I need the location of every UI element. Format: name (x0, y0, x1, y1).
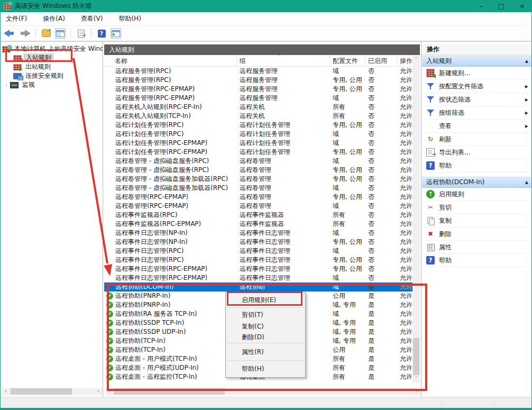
context-menu-item-delete[interactable]: 删除(D) (226, 332, 305, 342)
rule-profile: 域 (330, 139, 365, 148)
column-header-enabled[interactable]: 已启用 (365, 56, 397, 67)
table-row[interactable]: 远程事件日志管理(RPC-EPMAP) 远程事件日志管理 专用, 公用 否 允许 (104, 265, 413, 274)
table-row[interactable]: 远程事件日志管理(NP-In) 远程事件日志管理 域 否 允许 (104, 229, 413, 238)
actions-item[interactable]: 属性 (422, 241, 532, 254)
rule-enabled: 是 (365, 372, 397, 381)
connection-security-icon (13, 73, 22, 79)
tree-item-firewall-in[interactable]: 入站规则 (1, 53, 103, 62)
scroll-right-icon[interactable]: › (412, 388, 420, 395)
actions-item[interactable]: 新建规则... (422, 67, 532, 80)
table-row[interactable]: 远程计划任务管理(RPC) 远程计划任务管理 域 否 允许 (104, 130, 413, 139)
table-row[interactable]: 远程服务管理(RPC) 远程服务管理 专用, 公用 否 允许 (104, 76, 413, 85)
table-row[interactable]: 远程事件日志管理(RPC-EPMAP) 远程事件日志管理 域 否 允许 (104, 274, 413, 283)
scroll-left-icon[interactable]: ‹ (2, 388, 10, 395)
actions-item[interactable]: ? 帮助 (422, 159, 532, 172)
table-row[interactable]: 远程事件监视器(RPC-EPMAP) 远程事件监视器 所有 否 允许 (104, 220, 413, 229)
table-row[interactable]: 远程协助(DCOM-In) 远程协助 域 否 允许 (104, 283, 413, 291)
table-row[interactable]: 远程卷管理 - 虚拟磁盘服务(RPC) 远程卷管理 域 否 允许 (104, 157, 413, 166)
collapse-icon[interactable]: ▲ (525, 180, 528, 185)
export-list-icon[interactable] (76, 28, 86, 39)
table-row[interactable]: 远程事件日志管理(NP-In) 远程事件日志管理 专用, 公用 否 允许 (104, 238, 413, 247)
actions-item[interactable]: ? 帮助 (422, 254, 532, 267)
scroll-down-icon[interactable]: ˅ (412, 375, 420, 383)
actions-item[interactable]: 复制 (422, 214, 532, 227)
collapse-icon[interactable]: ▲ (525, 59, 528, 63)
console-window-icon[interactable] (111, 28, 121, 39)
context-menu-item-enable[interactable]: 启用规则(E) (226, 294, 305, 307)
table-row[interactable]: 远程计划任务管理(RPC) 远程计划任务管理 专用, 公用 否 允许 (104, 121, 413, 130)
back-icon[interactable] (4, 30, 15, 37)
column-header-name[interactable]: 名称 (104, 56, 237, 67)
expander-icon[interactable]: › (3, 83, 10, 88)
column-header-group[interactable]: 组 (237, 56, 330, 67)
vertical-scrollbar[interactable]: ˄ ˅ (412, 56, 420, 383)
actions-item[interactable]: ✖ 删除 (422, 227, 532, 241)
console-tree-toggle-icon[interactable] (55, 28, 66, 39)
table-row[interactable]: 远程服务管理(RPC) 远程服务管理 域 否 允许 (104, 67, 413, 76)
table-row[interactable]: 远程计划任务管理(RPC-EPMAP) 远程计划任务管理 域 否 允许 (104, 139, 413, 148)
tree-item-firewall-out[interactable]: 出站规则 (1, 62, 103, 71)
rule-enabled: 否 (365, 85, 397, 94)
table-row[interactable]: 远程卷管理 - 虚拟磁盘服务加载器(RPC) 远程卷管理 域 否 允许 (104, 184, 413, 193)
actions-item[interactable]: ✂ 剪切 (422, 201, 532, 214)
actions-item[interactable]: 按配置文件筛选 ▶ (422, 80, 532, 93)
scroll-up-icon[interactable]: ˄ (412, 56, 420, 63)
forward-icon[interactable] (19, 30, 31, 37)
rule-profile: 专用, 公用 (330, 256, 365, 265)
menu-item[interactable]: 查看(V) (80, 13, 104, 24)
table-row[interactable]: 远程事件日志管理(RPC) 远程事件日志管理 专用, 公用 否 允许 (104, 256, 413, 265)
scrollbar-thumb[interactable] (413, 338, 419, 375)
actions-item[interactable]: ↻ 刷新 (422, 133, 532, 146)
table-row[interactable]: 远程关机入站规则(TCP-In) 远程关机 所有 否 允许 (104, 112, 413, 121)
minimize-button[interactable]: – (480, 3, 483, 10)
table-row[interactable]: 远程卷管理(RPC-EPMAP) 远程卷管理 专用, 公用 否 允许 (104, 193, 413, 202)
context-menu-item-help[interactable]: 帮助(H) (226, 361, 305, 376)
menu-item[interactable]: 帮助(H) (117, 13, 142, 24)
tree-item-monitoring[interactable]: › 监视 (1, 80, 103, 89)
table-row[interactable]: 远程计划任务管理(RPC-EPMAP) 远程计划任务管理 专用, 公用 否 允许 (104, 148, 413, 157)
table-row[interactable]: 远程卷管理(RPC-EPMAP) 远程卷管理 域 否 允许 (104, 202, 413, 211)
menu-item[interactable]: 操作(A) (42, 13, 66, 24)
rule-action: 允许 (397, 256, 413, 265)
close-button[interactable]: × (519, 3, 525, 10)
context-menu-item-cut[interactable]: 剪切(T) (226, 308, 305, 321)
rule-group: 远程卷管理 (237, 166, 330, 175)
table-row[interactable]: 远程卷管理 - 虚拟磁盘服务加载器(RPC) 远程卷管理 专用, 公用 否 允许 (104, 175, 413, 184)
actions-item[interactable]: ↑ 启用规则 (422, 188, 532, 201)
actions-section-header[interactable]: 远程协助(DCOM-In) ▲ (422, 177, 532, 188)
actions-section-header[interactable]: 入站规则 ▲ (422, 56, 532, 67)
tree-root[interactable]: 本地计算机 上的高级安全 Wind (1, 44, 103, 53)
actions-item[interactable]: 导出列表... (422, 146, 532, 159)
folder-up-icon[interactable] (41, 28, 51, 39)
actions-panel: 操作 入站规则 ▲ 新建规则... 按配置文件筛选 ▶ 按状态筛选 ▶ 按组筛选… (421, 42, 532, 397)
scrollbar-thumb[interactable] (114, 388, 225, 395)
scrollbar-thumb[interactable] (11, 388, 72, 395)
help-icon[interactable]: ? (96, 28, 107, 39)
rule-name: 远程事件日志管理(RPC-EPMAP) (115, 265, 207, 274)
scroll-left-icon[interactable]: ‹ (105, 388, 113, 395)
rule-group: 远程事件监视器 (237, 211, 330, 220)
rule-profile: 专用, 公用 (330, 85, 365, 94)
table-row[interactable]: 远程关机入站规则(RPC-EP-In) 远程关机 所有 否 允许 (104, 103, 413, 112)
table-row[interactable]: 远程事件日志管理(RPC) 远程事件日志管理 域 否 允许 (104, 247, 413, 256)
tree-horizontal-scrollbar[interactable]: ‹ › (2, 388, 102, 395)
maximize-button[interactable]: □ (498, 3, 505, 10)
column-header-profile[interactable]: 配置文件 (330, 56, 365, 67)
table-row[interactable]: 远程事件监视器(RPC) 远程事件监视器 所有 否 允许 (104, 211, 413, 220)
rule-group: 远程计划任务管理 (237, 148, 330, 157)
rule-profile: 域, 专用 (330, 327, 365, 336)
column-header-action[interactable]: 操作 (397, 56, 414, 67)
rule-enabled: 否 (365, 211, 397, 220)
scroll-right-icon[interactable]: › (95, 388, 102, 395)
menu-item[interactable]: 文件(F) (5, 13, 28, 24)
actions-item[interactable]: 查看 ▶ (422, 120, 532, 133)
table-row[interactable]: 远程服务管理(RPC-EPMAP) 远程服务管理 域 否 允许 (104, 94, 413, 103)
actions-item[interactable]: 按组筛选 ▶ (422, 106, 532, 120)
context-menu-item-properties[interactable]: 属性(R) (226, 344, 305, 360)
actions-item[interactable]: 按状态筛选 ▶ (422, 93, 532, 106)
rules-horizontal-scrollbar[interactable]: ‹ › (105, 388, 420, 395)
table-row[interactable]: 远程卷管理 - 虚拟磁盘服务(RPC) 远程卷管理 专用, 公用 否 允许 (104, 166, 413, 175)
context-menu-item-copy[interactable]: 复制(C) (226, 321, 305, 332)
table-row[interactable]: 远程服务管理(RPC-EPMAP) 远程服务管理 专用, 公用 否 允许 (104, 85, 413, 94)
tree-item-connection-security[interactable]: 连接安全规则 (1, 71, 103, 80)
